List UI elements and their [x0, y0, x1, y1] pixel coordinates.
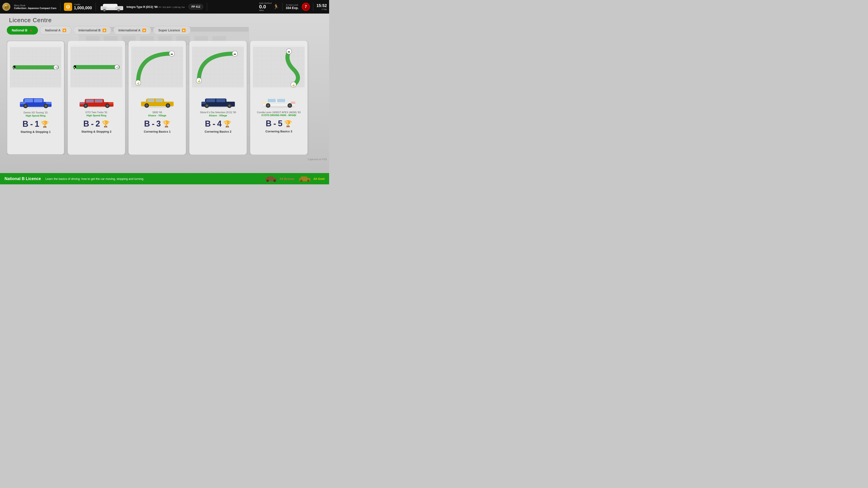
svg-text:⛳: ⛳ — [137, 82, 140, 85]
track-diagram-b3: ⛳ ■■ — [131, 44, 183, 90]
svg-rect-64 — [86, 99, 94, 103]
collection-label: Collection: Japanese Compact Cars — [14, 7, 57, 9]
car-name-b3: S800 '66 — [152, 111, 162, 113]
tab-international-b[interactable]: International B 🔼 — [73, 26, 112, 35]
tab-international-a-label: International A — [119, 29, 141, 32]
track-name-b1: High Speed Ring — [26, 114, 46, 117]
tab-international-a[interactable]: International A 🔼 — [113, 26, 151, 35]
svg-rect-114 — [263, 102, 267, 104]
car-image-b1 — [18, 94, 54, 110]
svg-point-84 — [146, 104, 148, 107]
top-bar: GT Menu Book Collection: Japanese Compac… — [0, 0, 329, 13]
svg-text:⛳: ⛳ — [292, 84, 295, 87]
card-b4[interactable]: ⛳ ■■ Silvia K's Dia Selection (S13) '90 — [189, 41, 247, 155]
svg-text:CR: CR — [66, 6, 69, 8]
track-name-b3: Alsace - Village — [148, 114, 166, 117]
svg-rect-37 — [14, 68, 16, 69]
tab-national-b-cone: 🔺 — [29, 29, 33, 32]
main-content: Licence Centre National B 🔺 National A 🔼… — [0, 13, 329, 173]
tab-international-b-label: International B — [79, 29, 101, 32]
track-name-b2: High Speed Ring — [87, 114, 106, 117]
track-name-b4: Alsace - Village — [209, 114, 227, 117]
badge-b5: B - 5 🏆 — [266, 119, 292, 128]
trophy-b5: 🏆 — [284, 120, 292, 127]
svg-rect-46 — [46, 102, 52, 104]
track-name-b5: KYOTO DRIVING PARK - MIYABI — [261, 114, 296, 117]
car-name: Integra Type R (DC2) '98 — [127, 5, 158, 8]
svg-rect-65 — [95, 99, 103, 103]
card-b2[interactable]: ◁ GTO Twin Turbo '91 High Speed Ring — [68, 41, 125, 155]
credits-label: Credits — [74, 3, 92, 6]
credits-value: 1,000,000 — [74, 6, 92, 10]
badge-b1: B - 1 🏆 — [22, 119, 49, 129]
card-b1[interactable]: ◁ Demio XD Touring '15 High Speed Ring — [7, 41, 64, 155]
svg-rect-122 — [267, 176, 274, 179]
divider-1 — [60, 3, 60, 11]
car-image-b2 — [79, 94, 115, 109]
car-thumbnail — [99, 2, 124, 12]
daily-unit: Miles — [259, 9, 272, 11]
trophy-b2: 🏆 — [102, 120, 110, 128]
next-level-exp: 334 Exp. — [286, 6, 299, 10]
tab-super-licence[interactable]: Super Licence 🔼 — [153, 26, 191, 35]
car-info: Integra Type R (DC2) '98 FF / 201 BHP / … — [127, 5, 185, 9]
next-level: To Next Level 334 Exp. — [286, 4, 299, 10]
svg-rect-82 — [156, 99, 163, 102]
bronze-car-icon — [265, 175, 277, 182]
card-b5[interactable]: ■■ ⛳ Corolla Levin — [250, 41, 308, 155]
svg-rect-58 — [75, 68, 76, 69]
time-date: 2 Sep — [321, 8, 327, 10]
svg-rect-66 — [80, 102, 85, 104]
menu-label: Menu Book — [14, 4, 57, 7]
svg-rect-12 — [102, 6, 107, 9]
svg-point-71 — [106, 105, 108, 107]
svg-point-8 — [104, 9, 105, 11]
svg-rect-81 — [147, 99, 154, 102]
svg-point-123 — [267, 180, 269, 182]
trophy-b3: 🏆 — [162, 120, 170, 128]
level-badge: 7 — [302, 3, 310, 11]
svg-rect-55 — [74, 67, 75, 68]
badge-text-b2: B - 2 — [83, 119, 100, 129]
track-diagram-b5: ■■ ⛳ — [253, 44, 305, 90]
tab-super-licence-label: Super Licence — [158, 29, 180, 32]
car-section: Integra Type R (DC2) '98 FF / 201 BHP / … — [99, 2, 185, 12]
car-image-b3 — [139, 94, 176, 109]
top-bar-right: Daily Workout 0.0 Miles 🏃 To Next Level … — [259, 2, 327, 11]
runner-icon: 🏃 — [273, 4, 279, 10]
svg-point-48 — [24, 105, 27, 107]
menu-book-section: Menu Book Collection: Japanese Compact C… — [14, 4, 57, 9]
tab-national-a-label: National A — [45, 29, 61, 32]
lesson-b1: Starting & Stopping 1 — [21, 130, 51, 133]
lesson-b5: Cornering Basics 3 — [266, 130, 292, 133]
car-image-b4 — [200, 94, 236, 109]
svg-point-127 — [300, 180, 303, 182]
captured-text: Captured on PS5 — [308, 158, 327, 161]
badge-text-b3: B - 3 — [144, 119, 160, 129]
track-diagram-b2: ◁ — [70, 44, 122, 90]
bottom-bar: National B Licence Learn the basics of d… — [0, 173, 329, 184]
svg-text:GT: GT — [5, 6, 8, 8]
daily-block: Daily Workout 0.0 Miles — [259, 2, 272, 11]
svg-rect-43 — [24, 99, 33, 102]
svg-rect-45 — [20, 102, 26, 104]
svg-rect-112 — [268, 99, 276, 102]
svg-rect-126 — [301, 176, 307, 179]
credits-icon: CR — [64, 3, 72, 11]
tab-national-b[interactable]: National B 🔺 — [7, 26, 38, 35]
track-diagram-b4: ⛳ ■■ — [192, 44, 244, 90]
tab-national-a[interactable]: National A 🔼 — [40, 26, 71, 35]
card-b3[interactable]: ⛳ ■■ S800 '66 Alsace - Village — [128, 41, 186, 155]
svg-rect-11 — [115, 6, 122, 9]
svg-rect-113 — [277, 99, 285, 102]
svg-text:⛳: ⛳ — [197, 79, 200, 83]
tab-national-b-label: National B — [12, 29, 27, 32]
tab-international-b-cone: 🔼 — [102, 29, 106, 32]
svg-rect-67 — [108, 102, 114, 104]
car-name-b5: Corolla Levin 1600GT APEX (AE86) '83 — [257, 111, 301, 113]
svg-rect-56 — [75, 67, 76, 68]
svg-rect-97 — [216, 99, 225, 102]
svg-text:■■: ■■ — [288, 51, 290, 53]
gold-car-icon — [299, 175, 311, 182]
page-title: Licence Centre — [9, 17, 52, 24]
